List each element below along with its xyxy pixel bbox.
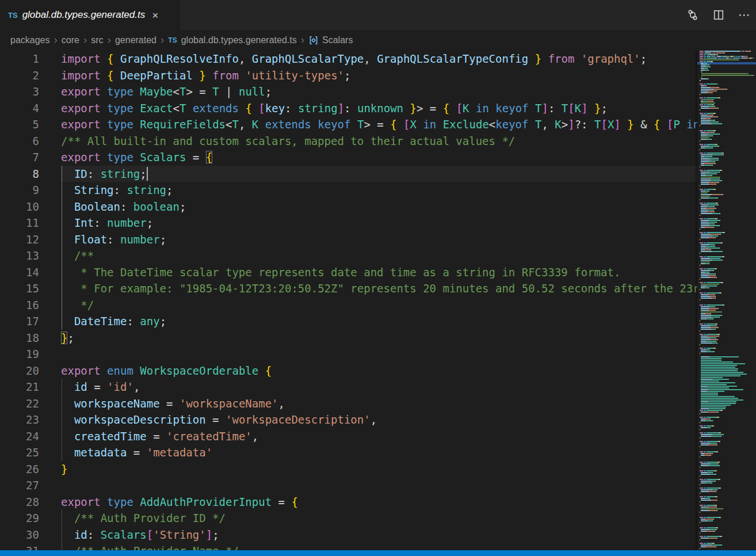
code-token: number	[107, 216, 147, 229]
code-token: export	[61, 151, 101, 163]
ts-file-icon: TS	[8, 11, 18, 20]
code-line[interactable]: export type AddAuthProviderInput = {	[61, 494, 697, 511]
code-token	[101, 85, 107, 98]
code-line[interactable]: /** Auth Provider ID */	[61, 510, 697, 527]
code-token: id	[74, 380, 87, 393]
breadcrumb-item-global-db-types-generated-ts[interactable]: TSglobal.db.types.generated.ts	[168, 35, 296, 45]
code-token	[61, 430, 74, 443]
code-token: =	[127, 446, 146, 459]
breadcrumb-item-src[interactable]: src	[91, 35, 103, 45]
line-number: 16	[0, 297, 39, 314]
code-line[interactable]: String: string;	[61, 182, 697, 199]
code-line[interactable]: import { DeepPartial } from 'utility-typ…	[61, 67, 697, 84]
code-line[interactable]: export type Maybe<T> = T | null;	[61, 83, 697, 100]
code-token: :	[87, 528, 101, 541]
breadcrumb-label: src	[91, 35, 103, 45]
code-line[interactable]: DateTime: any;	[61, 313, 697, 330]
code-token: }	[410, 102, 417, 115]
line-number: 9	[0, 182, 39, 199]
code-line[interactable]: ID: string;	[61, 166, 697, 182]
code-token: export	[61, 364, 101, 377]
code-token	[186, 102, 192, 115]
code-token: string	[127, 184, 166, 196]
code-token	[258, 364, 265, 377]
code-token: K	[252, 118, 258, 131]
code-line[interactable]: * The DateTime scalar type represents da…	[61, 264, 697, 281]
code-line[interactable]	[61, 346, 697, 363]
code-line[interactable]: import { GraphQLResolveInfo, GraphQLScal…	[61, 51, 697, 67]
code-token	[529, 102, 535, 115]
code-line[interactable]: Float: number;	[61, 231, 697, 248]
code-token: keyof	[495, 118, 528, 131]
code-token: >	[562, 118, 568, 131]
code-token: ;	[166, 184, 173, 196]
breadcrumb-item-generated[interactable]: generated	[115, 35, 156, 45]
close-icon[interactable]: ×	[152, 10, 158, 21]
breadcrumb-item-packages[interactable]: packages	[10, 35, 50, 45]
code-token: [	[456, 102, 463, 115]
minimap[interactable]	[697, 51, 756, 550]
code-line[interactable]: Int: number;	[61, 215, 697, 231]
code-token: extends	[193, 102, 239, 115]
code-token: :	[548, 102, 562, 115]
code-line[interactable]: };	[61, 330, 697, 346]
code-line[interactable]: createdTime = 'createdTime',	[61, 428, 697, 445]
code-line[interactable]: export enum WorkspaceOrderable {	[61, 363, 697, 379]
code-token: {	[206, 151, 212, 163]
code-line[interactable]: workspaceDescription = 'workspaceDescrip…	[61, 412, 697, 428]
code-line[interactable]: }	[61, 461, 697, 478]
code-token: RequireFields	[140, 118, 226, 131]
code-token: {	[107, 69, 113, 82]
code-line[interactable]: */	[61, 297, 697, 314]
code-line[interactable]: id: Scalars['String'];	[61, 527, 697, 543]
code-token: AddAuthProviderInput	[140, 496, 272, 508]
code-line[interactable]: export type RequireFields<T, K extends k…	[61, 116, 697, 133]
code-line[interactable]: metadata = 'metadata'	[61, 444, 697, 461]
code-line[interactable]: Boolean: boolean;	[61, 199, 697, 215]
open-changes-icon[interactable]	[686, 8, 700, 22]
code-token	[101, 52, 107, 65]
breadcrumb-item-core[interactable]: core	[62, 35, 79, 45]
code-token: :	[120, 200, 133, 213]
code-token	[311, 118, 318, 131]
code-token: &	[634, 118, 654, 131]
code-line[interactable]: export type Exact<T extends { [key: stri…	[61, 100, 697, 117]
code-token	[61, 315, 74, 327]
code-token: 'workspaceName'	[180, 397, 278, 410]
code-line[interactable]: export type Scalars = {	[61, 149, 697, 166]
code-token: /** Auth Provider ID */	[74, 512, 226, 524]
code-token: 'graphql'	[581, 52, 640, 65]
line-number: 25	[0, 444, 39, 461]
breadcrumb-label: global.db.types.generated.ts	[181, 35, 297, 45]
code-line[interactable]: /** All built-in and custom scalars, map…	[61, 133, 697, 150]
line-number: 27	[0, 477, 39, 494]
code-line[interactable]: workspaceName = 'workspaceName',	[61, 395, 697, 412]
code-token: [	[147, 528, 153, 541]
code-token: ;	[601, 102, 608, 115]
split-editor-icon[interactable]	[712, 8, 726, 22]
editor-tab[interactable]: TS global.db.types.generated.ts ×	[0, 0, 180, 30]
line-number: 26	[0, 461, 39, 478]
ts-file-icon: TS	[168, 36, 177, 44]
code-token: string	[101, 167, 140, 180]
code-token	[101, 118, 107, 131]
line-number: 24	[0, 428, 39, 445]
more-actions-icon[interactable]: ⋯	[738, 8, 751, 22]
code-token	[397, 118, 403, 131]
code-token: ]	[338, 102, 344, 115]
code-line[interactable]: id = 'id',	[61, 379, 697, 395]
code-token: in	[686, 118, 697, 131]
code-token: null	[239, 85, 265, 98]
code-line[interactable]: * For example: "1985-04-12T23:20:50.52Z"…	[61, 280, 697, 297]
code-line[interactable]: /**	[61, 247, 697, 264]
breadcrumb-item-scalars[interactable]: Scalars	[308, 35, 353, 45]
line-number: 2	[0, 67, 39, 84]
code-token: <	[489, 118, 495, 131]
code-line[interactable]	[61, 477, 697, 494]
code-editor[interactable]: 1234567891011121314151617181920212223242…	[0, 51, 697, 550]
code-token	[541, 52, 548, 65]
code-line[interactable]: /** Auth Provider Name */	[61, 543, 697, 550]
code-token	[574, 52, 581, 65]
code-lines[interactable]: import { GraphQLResolveInfo, GraphQLScal…	[61, 51, 697, 550]
code-token	[133, 102, 140, 115]
